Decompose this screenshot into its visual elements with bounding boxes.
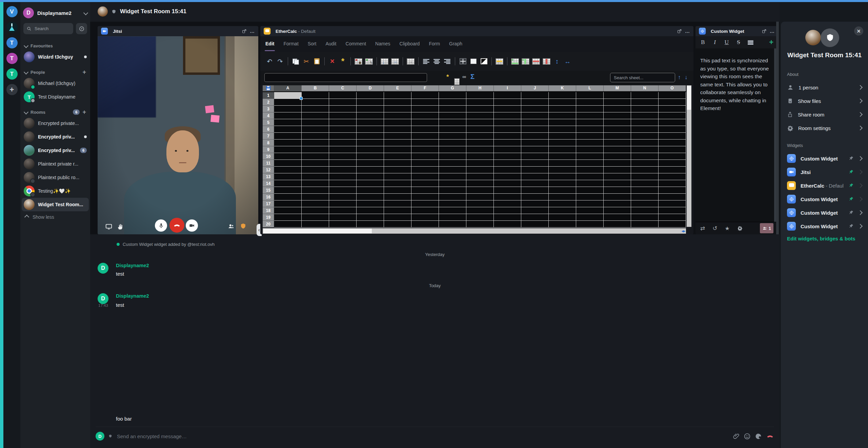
sheet-cell[interactable] xyxy=(494,146,521,153)
add-icon[interactable]: + xyxy=(82,109,86,116)
sheet-cell[interactable] xyxy=(329,153,357,160)
sheet-cell[interactable] xyxy=(604,167,631,173)
history-icon[interactable]: ↺ xyxy=(712,225,717,232)
sheet-cell[interactable] xyxy=(604,146,631,153)
sheet-cell[interactable] xyxy=(494,133,521,140)
row-header[interactable]: 2 xyxy=(263,99,274,106)
sheet-cell[interactable] xyxy=(494,112,521,119)
star-icon[interactable]: ★ xyxy=(725,225,730,232)
sheet-cell[interactable] xyxy=(411,173,439,180)
room-list-item[interactable]: Encrypted private... xyxy=(22,116,89,130)
sheet-cell[interactable] xyxy=(439,126,466,133)
sheet-cell[interactable] xyxy=(466,160,494,167)
sheet-cell[interactable] xyxy=(631,112,659,119)
room-list-item[interactable]: Encrypted priv... xyxy=(22,130,89,144)
security-shield-icon[interactable] xyxy=(240,223,246,230)
sheet-cell[interactable] xyxy=(302,99,329,106)
borders-icon[interactable] xyxy=(458,56,468,66)
sheet-cell[interactable] xyxy=(604,221,631,228)
sheet-cell[interactable] xyxy=(576,119,604,126)
sheet-cell[interactable] xyxy=(631,153,659,160)
sheet-cell[interactable] xyxy=(659,180,686,187)
show-less-button[interactable]: Show less xyxy=(20,211,90,223)
participants-icon[interactable] xyxy=(227,223,235,230)
raise-hand-icon[interactable] xyxy=(117,223,124,230)
section-header[interactable]: People+ xyxy=(20,68,90,77)
search-down-icon[interactable]: ↓ xyxy=(685,74,688,81)
column-header[interactable]: G xyxy=(439,85,466,91)
sheet-cell[interactable] xyxy=(329,214,357,221)
sheet-cell[interactable] xyxy=(329,119,357,126)
sheet-cell[interactable] xyxy=(494,106,521,112)
pad-text[interactable]: This pad text is synchronized as you typ… xyxy=(695,48,774,222)
sheet-cell[interactable] xyxy=(439,133,466,140)
sheet-cell[interactable] xyxy=(384,173,411,180)
sheet-cell[interactable] xyxy=(576,187,604,194)
sheet-cell[interactable] xyxy=(521,133,549,140)
sheet-cell[interactable] xyxy=(466,133,494,140)
sheet-cell[interactable] xyxy=(439,92,466,99)
hide-row-icon[interactable]: ↕ xyxy=(552,56,562,66)
row-header[interactable]: 12 xyxy=(263,167,274,173)
sheet-cell[interactable] xyxy=(576,153,604,160)
sheet-cell[interactable] xyxy=(411,194,439,200)
sheet-cell[interactable] xyxy=(384,200,411,207)
sheet-cell[interactable] xyxy=(302,112,329,119)
sheet-cell[interactable] xyxy=(549,112,576,119)
sheet-cell[interactable] xyxy=(604,173,631,180)
sheet-cell[interactable] xyxy=(466,112,494,119)
sheet-cell[interactable] xyxy=(357,160,384,167)
sheet-cell[interactable] xyxy=(466,200,494,207)
column-header[interactable]: I xyxy=(494,85,521,91)
avatar[interactable]: D xyxy=(98,293,108,304)
sheet-cell[interactable] xyxy=(604,126,631,133)
pad-add-button[interactable]: + xyxy=(769,38,773,47)
pad-online-users[interactable]: 1 xyxy=(760,223,773,233)
delete-icon[interactable]: × xyxy=(327,56,338,66)
row-header[interactable]: 18 xyxy=(263,207,274,214)
sheet-cell[interactable] xyxy=(659,194,686,200)
sheet-cell[interactable] xyxy=(439,187,466,194)
message-sender[interactable]: Displayname2 xyxy=(116,293,149,299)
sheet-cell[interactable] xyxy=(549,99,576,106)
sheet-cell[interactable] xyxy=(302,92,329,99)
room-list-item[interactable]: Wízárd t3chguy xyxy=(22,50,89,64)
sheet-cell[interactable] xyxy=(384,167,411,173)
sheet-cell[interactable] xyxy=(411,126,439,133)
sheet-cell[interactable] xyxy=(384,214,411,221)
menu-sort[interactable]: Sort xyxy=(308,41,317,47)
sheet-cell[interactable] xyxy=(274,221,302,228)
sheet-cell[interactable] xyxy=(521,214,549,221)
sheet-cell[interactable] xyxy=(274,140,302,146)
explore-rooms-button[interactable] xyxy=(76,23,87,34)
sheet-cell[interactable] xyxy=(357,112,384,119)
sheet-cell[interactable] xyxy=(549,214,576,221)
row-header[interactable]: 17 xyxy=(263,200,274,207)
sheet-cell[interactable] xyxy=(631,180,659,187)
sheet-cell[interactable] xyxy=(659,214,686,221)
sheet-cell[interactable] xyxy=(631,92,659,99)
sheet-cell[interactable] xyxy=(631,99,659,106)
sheet-cell[interactable] xyxy=(521,92,549,99)
sheet-cell[interactable] xyxy=(439,200,466,207)
bold-button[interactable]: B xyxy=(700,39,706,46)
sheet-cell[interactable] xyxy=(466,221,494,228)
sheet-cell[interactable] xyxy=(659,167,686,173)
hangup-button[interactable] xyxy=(169,218,184,233)
sheet-cell[interactable] xyxy=(494,153,521,160)
sheet-cell[interactable] xyxy=(274,119,302,126)
section-header[interactable]: Rooms6+ xyxy=(20,108,90,116)
settings-gear-icon[interactable] xyxy=(737,226,743,231)
sheet-cell[interactable] xyxy=(549,106,576,112)
sheet-cell[interactable] xyxy=(659,99,686,106)
pin-icon[interactable] xyxy=(848,223,854,229)
sheet-cell[interactable] xyxy=(384,160,411,167)
sheet-cell[interactable] xyxy=(439,214,466,221)
widget-menu-icon[interactable]: … xyxy=(685,28,690,34)
sheet-cell[interactable] xyxy=(384,99,411,106)
sheet-cell[interactable] xyxy=(329,126,357,133)
delete-col-icon[interactable] xyxy=(541,56,552,66)
sheet-cell[interactable] xyxy=(494,214,521,221)
sheet-cell[interactable] xyxy=(357,207,384,214)
sheet-cell[interactable] xyxy=(576,167,604,173)
